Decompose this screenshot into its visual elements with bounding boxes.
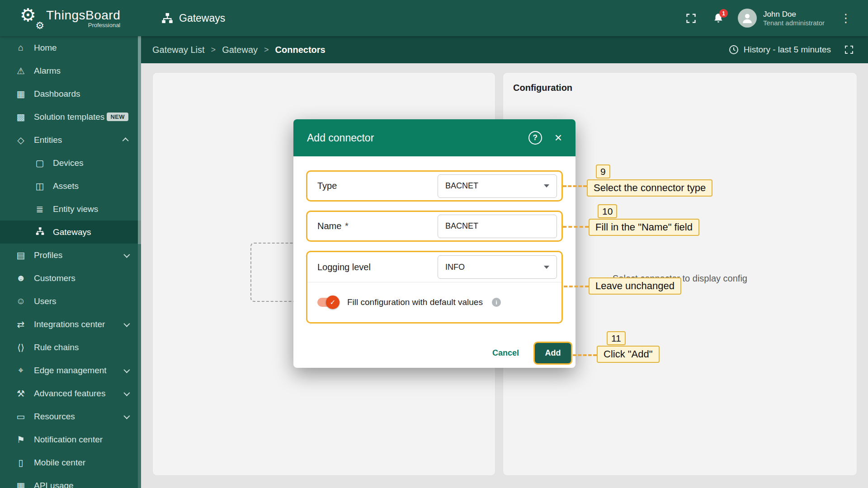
devices-icon: ▢ [33,158,47,169]
cancel-button[interactable]: Cancel [488,345,524,361]
user-role: Tenant administrator [763,19,825,27]
user-info[interactable]: John Doe Tenant administrator [763,10,825,27]
name-field-highlight: Name * [306,211,563,242]
edge-management-icon: ⌖ [14,365,28,375]
logging-level-value: INFO [445,263,465,272]
sidebar-item-profiles[interactable]: ▤ Profiles [0,244,141,267]
gateways-icon [161,12,174,24]
sidebar-item-label: Dashboards [34,89,80,99]
sidebar-item-label: Entities [34,135,62,145]
breadcrumb-gateway[interactable]: Gateway [222,45,258,55]
sidebar-item-edge-management[interactable]: ⌖ Edge management [0,359,141,382]
fill-defaults-label: Fill configuration with default values [347,297,483,307]
breadcrumb-gateway-list[interactable]: Gateway List [152,45,205,55]
sidebar-item-label: Assets [53,181,79,191]
sidebar-item-label: Gateways [53,227,91,237]
breadcrumb-connectors: Connectors [275,45,326,55]
assets-icon: ◫ [33,181,47,192]
sidebar-item-api-usage[interactable]: ▦ API usage [0,474,141,488]
advanced-features-icon: ⚒ [14,388,28,399]
notifications-button[interactable]: 1 [712,12,724,24]
add-button[interactable]: Add [535,343,571,363]
fullscreen-icon [685,12,697,24]
info-icon: i [492,298,501,307]
logging-level-select[interactable]: INFO [438,255,557,279]
page-title-label: Gateways [179,12,225,24]
scrollbar-thumb[interactable] [138,36,141,244]
sidebar-item-label: Users [34,296,57,306]
sidebar-item-mobile-center[interactable]: ▯ Mobile center [0,451,141,474]
chevron-down-icon [544,184,549,188]
help-icon[interactable]: ? [528,131,542,145]
entity-views-icon: ≣ [33,204,47,215]
step-number-11: 11 [607,331,626,345]
chevron-down-icon [123,320,130,327]
sidebar-item-users[interactable]: ☺ Users [0,290,141,313]
logo-title: ThingsBoard [46,8,120,23]
resources-icon: ▭ [14,411,28,422]
entities-icon: ◇ [14,135,28,145]
api-usage-icon: ▦ [14,480,28,488]
sidebar-item-resources[interactable]: ▭ Resources [0,405,141,428]
name-label-text: Name [317,221,341,231]
add-connector-dialog: Add connector ? × Type BACNET Name * [293,119,576,368]
panel-fullscreen-button[interactable] [844,44,854,55]
notification-badge: 1 [719,9,728,18]
sidebar-item-integrations-center[interactable]: ⇄ Integrations center [0,313,141,336]
user-name: John Doe [763,10,825,19]
thingsboard-logo[interactable]: ⚙ ⚙ ThingsBoard Professional [20,6,141,30]
fullscreen-button[interactable] [685,12,697,24]
sidebar-item-label: Solution templates [34,112,104,122]
sidebar-scrollbar[interactable] [138,36,141,488]
sidebar-item-alarms[interactable]: ⚠ Alarms [0,59,141,82]
sidebar-item-dashboards[interactable]: ▦ Dashboards [0,82,141,105]
sidebar-item-customers[interactable]: ☻ Customers [0,267,141,290]
logo-subtitle: Professional [88,22,121,28]
annotation-leave-unchanged: Leave unchanged [589,277,681,295]
sidebar-item-solution-templates[interactable]: ▩ Solution templates NEW [0,105,141,128]
history-selector[interactable]: History - last 5 minutes [728,44,831,55]
annotation-click-add: Click "Add" [597,346,660,363]
sidebar-item-advanced-features[interactable]: ⚒ Advanced features [0,382,141,405]
rule-chains-icon: ⟨⟩ [14,342,28,353]
close-icon[interactable]: × [555,131,562,144]
step-number-10: 10 [598,204,617,218]
profiles-icon: ▤ [14,250,28,261]
sidebar-item-entities[interactable]: ◇ Entities [0,128,141,151]
sidebar-item-label: Home [34,43,57,53]
sidebar-item-entity-views[interactable]: ≣ Entity views [0,197,141,221]
sidebar-item-assets[interactable]: ◫ Assets [0,174,141,197]
dialog-footer: Cancel Add [293,342,576,365]
app-root: ⚙ ⚙ ThingsBoard Professional Gateways 1 … [0,0,868,488]
sidebar-item-home[interactable]: ⌂ Home [0,36,141,59]
flag-icon: ⚑ [14,434,28,445]
sidebar-item-label: Profiles [34,250,62,260]
check-icon: ✓ [330,298,336,306]
breadcrumb-bar: Gateway List > Gateway > Connectors Hist… [141,36,868,63]
page-title: Gateways [161,12,225,24]
sidebar-item-rule-chains[interactable]: ⟨⟩ Rule chains [0,336,141,359]
avatar[interactable] [738,9,757,28]
mobile-icon: ▯ [14,457,28,468]
history-label: History - last 5 minutes [744,45,831,55]
sidebar-item-notification-center[interactable]: ⚑ Notification center [0,428,141,451]
home-icon: ⌂ [14,42,28,53]
more-menu-button[interactable]: ⋮ [840,11,852,25]
type-value: BACNET [445,181,478,191]
name-input[interactable] [438,215,557,238]
breadcrumb-separator: > [211,45,216,55]
fill-defaults-toggle[interactable]: ✓ [317,298,338,307]
type-select[interactable]: BACNET [438,174,557,198]
toggle-knob: ✓ [326,296,340,309]
dialog-header: Add connector ? × [293,119,576,156]
fullscreen-icon [844,44,854,55]
annotation-connector-line [563,226,589,228]
type-label: Type [317,181,337,191]
users-icon: ☺ [14,296,28,306]
sidebar-item-gateways[interactable]: Gateways [0,221,141,244]
add-button-highlight: Add [533,342,572,365]
sidebar-item-devices[interactable]: ▢ Devices [0,151,141,174]
help-glyph: ? [533,133,537,142]
sidebar-item-label: Resources [34,412,75,422]
new-badge: NEW [107,113,128,121]
